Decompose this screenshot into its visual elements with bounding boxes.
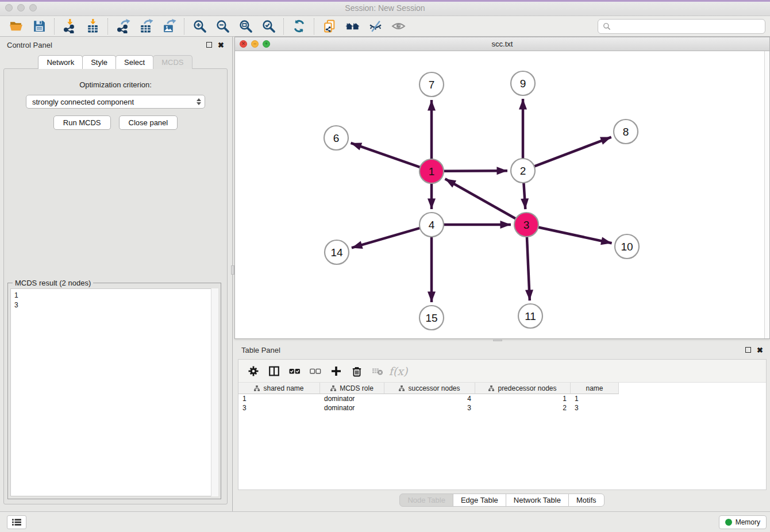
network-canvas[interactable]: 7968124314101511 — [235, 51, 769, 338]
search-icon — [603, 22, 611, 30]
node-table-body: f(x) shared nameMCDS rolesuccessor nodes… — [238, 359, 767, 490]
import-table-button[interactable] — [81, 17, 104, 36]
cell-shared-name[interactable]: 1 — [238, 394, 320, 403]
clone-network-button[interactable] — [318, 17, 341, 36]
export-network-button[interactable] — [111, 17, 134, 36]
criterion-select[interactable]: strongly connected component — [26, 95, 205, 109]
task-history-button[interactable] — [7, 515, 26, 529]
maximize-window-button[interactable] — [29, 4, 37, 11]
tab-motifs[interactable]: Motifs — [568, 494, 605, 507]
export-image-button[interactable] — [157, 17, 180, 36]
close-window-button[interactable] — [5, 4, 13, 11]
column-header-name[interactable]: name — [571, 383, 619, 394]
float-panel-icon[interactable] — [206, 42, 212, 48]
cell-predecessor-nodes[interactable]: 1 — [475, 394, 571, 403]
tab-node-table[interactable]: Node Table — [399, 494, 453, 507]
column-label: shared name — [263, 384, 303, 392]
search-input[interactable] — [614, 22, 760, 30]
table-row[interactable]: 1dominator411 — [238, 394, 766, 403]
network-graph[interactable]: 7968124314101511 — [235, 51, 769, 338]
zoom-in-button[interactable] — [188, 17, 211, 36]
delete-column-button[interactable] — [348, 362, 366, 380]
zoom-out-button[interactable] — [211, 17, 234, 36]
status-bar: Memory — [0, 511, 770, 532]
column-header-MCDS-role[interactable]: MCDS role — [320, 383, 384, 394]
column-type-icon — [399, 385, 405, 391]
zoom-in-icon — [192, 19, 207, 33]
splitter-grip[interactable] — [493, 340, 502, 341]
node-label-9: 9 — [520, 78, 526, 90]
edge-2-3[interactable] — [523, 183, 525, 209]
cell-successor-nodes[interactable]: 3 — [384, 403, 475, 413]
delete-table-button[interactable] — [368, 362, 387, 380]
edge-2-8[interactable] — [534, 137, 611, 167]
cell-predecessor-nodes[interactable]: 2 — [475, 403, 571, 413]
column-header-shared-name[interactable]: shared name — [238, 383, 320, 394]
tab-select[interactable]: Select — [116, 55, 153, 69]
canvas-scrollbar[interactable] — [764, 51, 769, 338]
result-scrollbar[interactable] — [211, 288, 218, 496]
tab-network[interactable]: Network — [38, 55, 83, 69]
houses-button[interactable] — [341, 17, 364, 36]
edge-1-6[interactable] — [351, 143, 420, 167]
minimize-view-button[interactable]: − — [251, 40, 259, 48]
cell-name[interactable]: 1 — [571, 394, 619, 403]
show-columns-button[interactable] — [265, 362, 283, 380]
create-column-button[interactable] — [327, 362, 345, 380]
deselect-all-rows-button[interactable] — [306, 362, 325, 380]
node-label-11: 11 — [525, 310, 536, 322]
mcds-result-box: MCDS result (2 nodes) 1 3 — [7, 283, 221, 499]
cell-shared-name[interactable]: 3 — [238, 403, 320, 413]
tab-mcds[interactable]: MCDS — [153, 55, 192, 69]
column-type-icon — [330, 385, 336, 391]
zoom-selected-button[interactable] — [257, 17, 280, 36]
close-panel-button[interactable]: Close panel — [119, 115, 178, 130]
close-panel-icon[interactable]: ✖ — [218, 41, 224, 49]
column-header-successor-nodes[interactable]: successor nodes — [384, 383, 475, 394]
toolbar-separator — [107, 18, 108, 34]
edge-3-1[interactable] — [445, 179, 516, 218]
control-panel-title: Control Panel — [7, 41, 52, 49]
run-mcds-button[interactable]: Run MCDS — [53, 115, 111, 130]
mcds-result-text[interactable]: 1 3 — [10, 288, 218, 496]
edge-3-11[interactable] — [527, 237, 530, 300]
float-panel-icon[interactable] — [745, 347, 751, 353]
close-view-button[interactable]: ✕ — [240, 40, 247, 48]
table-row[interactable]: 3dominator323 — [238, 403, 766, 413]
hide-details-button[interactable] — [364, 17, 387, 36]
column-header-predecessor-nodes[interactable]: predecessor nodes — [475, 383, 571, 394]
open-session-button[interactable] — [5, 17, 28, 36]
maximize-view-button[interactable]: + — [263, 40, 270, 48]
window-controls — [5, 4, 37, 11]
minimize-window-button[interactable] — [17, 4, 25, 11]
function-builder-button[interactable]: f(x) — [389, 362, 407, 380]
select-all-rows-button[interactable] — [286, 362, 304, 380]
memory-button[interactable]: Memory — [719, 515, 767, 529]
save-session-button[interactable] — [28, 17, 51, 36]
tab-edge-table[interactable]: Edge Table — [453, 494, 506, 507]
zoom-selected-icon — [261, 19, 276, 33]
toolbar-separator — [54, 18, 55, 34]
main-toolbar — [0, 16, 770, 37]
tab-network-table[interactable]: Network Table — [506, 494, 569, 507]
edge-3-10[interactable] — [538, 227, 612, 243]
close-panel-icon[interactable]: ✖ — [757, 346, 763, 354]
window-accent-strip — [0, 0, 770, 2]
houses-icon — [345, 19, 360, 33]
import-network-button[interactable] — [58, 17, 81, 36]
cell-name[interactable]: 3 — [571, 403, 619, 413]
edge-1-2[interactable] — [444, 171, 507, 171]
cell-MCDS-role[interactable]: dominator — [320, 394, 384, 403]
edge-4-14[interactable] — [352, 228, 420, 248]
node-label-10: 10 — [621, 241, 633, 253]
zoom-fit-button[interactable] — [234, 17, 257, 36]
network-window-titlebar[interactable]: ✕ − + scc.txt — [235, 37, 769, 51]
table-settings-button[interactable] — [244, 362, 263, 380]
export-network-icon — [116, 19, 130, 33]
tab-style[interactable]: Style — [82, 55, 116, 69]
refresh-view-button[interactable] — [287, 17, 310, 36]
show-details-button[interactable] — [387, 17, 410, 36]
cell-successor-nodes[interactable]: 4 — [384, 394, 475, 403]
cell-MCDS-role[interactable]: dominator — [320, 403, 384, 413]
export-table-button[interactable] — [134, 17, 157, 36]
